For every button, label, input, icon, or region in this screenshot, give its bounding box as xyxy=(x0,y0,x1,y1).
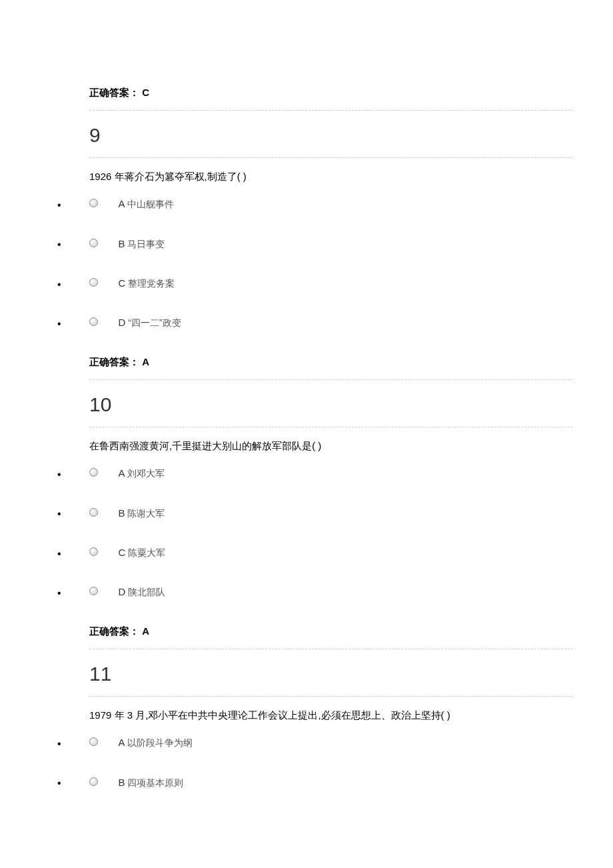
option-10-a[interactable]: A 刘邓大军 xyxy=(57,467,573,480)
option-text: B 陈谢大军 xyxy=(118,508,165,519)
option-text: A 中山舰事件 xyxy=(118,199,174,209)
answer-prefix: 正确答案： xyxy=(89,625,139,637)
option-11-a[interactable]: A 以阶段斗争为纲 xyxy=(57,737,573,749)
radio-icon[interactable] xyxy=(89,199,98,207)
options-list-9: A 中山舰事件 B 马日事变 C 整理党务案 D “四一二”政变 xyxy=(57,198,573,329)
answer-prefix: 正确答案： xyxy=(89,356,139,367)
question-text-9: 1926 年蒋介石为篡夺军权,制造了( ) xyxy=(89,158,573,198)
question-number-10: 10 xyxy=(89,380,573,427)
option-text: B 马日事变 xyxy=(118,239,165,249)
option-text: B 四项基本原则 xyxy=(118,777,183,788)
options-list-11: A 以阶段斗争为纲 B 四项基本原则 xyxy=(57,737,573,789)
radio-icon[interactable] xyxy=(89,508,98,517)
answer-line-prev: 正确答案： C xyxy=(89,87,573,111)
option-text: C 整理党务案 xyxy=(118,278,175,289)
option-11-b[interactable]: B 四项基本原则 xyxy=(57,776,573,789)
option-9-a[interactable]: A 中山舰事件 xyxy=(57,198,573,211)
radio-icon[interactable] xyxy=(89,468,98,477)
option-10-c[interactable]: C 陈粟大军 xyxy=(57,547,573,559)
radio-icon[interactable] xyxy=(89,278,98,287)
answer-value: C xyxy=(142,87,149,98)
option-text: A 以阶段斗争为纲 xyxy=(118,737,193,748)
option-9-b[interactable]: B 马日事变 xyxy=(57,237,573,250)
answer-value: A xyxy=(142,356,149,367)
option-text: C 陈粟大军 xyxy=(118,547,165,558)
option-10-d[interactable]: D 陕北部队 xyxy=(57,586,573,599)
question-text-11: 1979 年 3 月,邓小平在中共中央理论工作会议上提出,必须在思想上、政治上坚… xyxy=(89,697,573,737)
option-9-d[interactable]: D “四一二”政变 xyxy=(57,317,573,329)
answer-line-9: 正确答案： A xyxy=(89,356,573,380)
radio-icon[interactable] xyxy=(89,317,98,326)
option-text: A 刘邓大军 xyxy=(118,468,165,479)
options-list-10: A 刘邓大军 B 陈谢大军 C 陈粟大军 D 陕北部队 xyxy=(57,467,573,599)
option-text: D “四一二”政变 xyxy=(118,317,181,328)
radio-icon[interactable] xyxy=(89,547,98,556)
radio-icon[interactable] xyxy=(89,777,98,786)
question-text-10: 在鲁西南强渡黄河,千里挺进大别山的解放军部队是( ) xyxy=(89,427,573,467)
option-10-b[interactable]: B 陈谢大军 xyxy=(57,507,573,519)
radio-icon[interactable] xyxy=(89,239,98,247)
option-text: D 陕北部队 xyxy=(118,587,165,597)
answer-prefix: 正确答案： xyxy=(89,87,139,98)
question-number-9: 9 xyxy=(89,111,573,158)
option-9-c[interactable]: C 整理党务案 xyxy=(57,277,573,290)
question-number-11: 11 xyxy=(89,649,573,697)
answer-value: A xyxy=(142,625,149,637)
radio-icon[interactable] xyxy=(89,587,98,595)
radio-icon[interactable] xyxy=(89,737,98,746)
answer-line-10: 正确答案： A xyxy=(89,625,573,649)
